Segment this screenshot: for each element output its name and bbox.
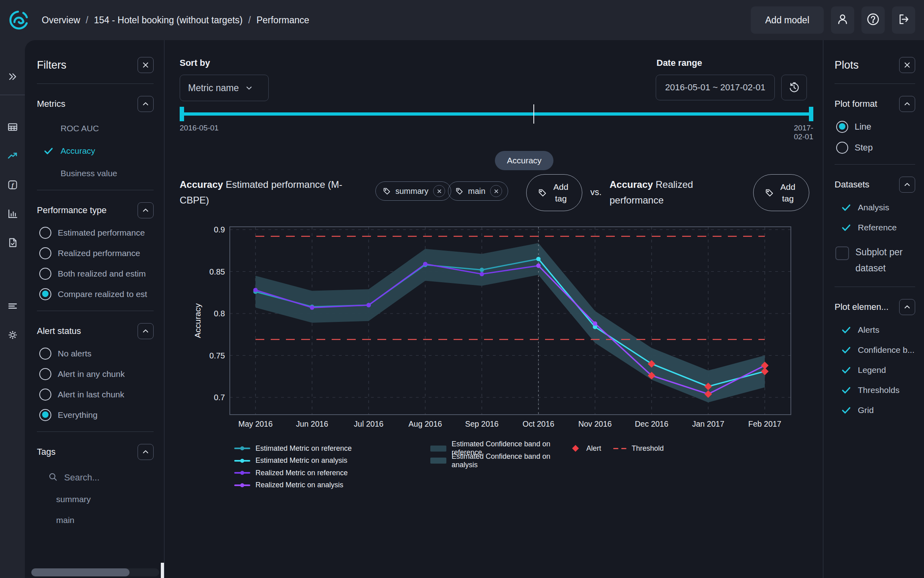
- performance-type-title: Performance type: [37, 205, 107, 216]
- add-model-button[interactable]: Add model: [751, 6, 824, 34]
- metric-item-business-value[interactable]: Business value: [43, 167, 164, 179]
- plot-elements-collapse-button[interactable]: [899, 299, 915, 315]
- chart-legend: Estimated Metric on referenceEstimated M…: [234, 442, 664, 491]
- svg-text:0.9: 0.9: [214, 225, 225, 234]
- search-icon: [48, 472, 58, 483]
- radio-plot-format-step[interactable]: Step: [836, 142, 924, 154]
- line-swatch-icon: [234, 460, 250, 462]
- check-label: Analysis: [858, 203, 889, 212]
- dataset-check-reference[interactable]: Reference: [841, 222, 924, 233]
- legend-item-diamond[interactable]: Alert: [570, 442, 601, 455]
- horizontal-scrollbar-thumb[interactable]: [31, 568, 130, 576]
- legend-item-dash[interactable]: Threshold: [613, 442, 664, 455]
- plot-format-collapse-button[interactable]: [899, 96, 915, 112]
- tag-icon: [765, 189, 774, 197]
- breadcrumb-performance[interactable]: Performance: [256, 15, 309, 26]
- svg-text:0.7: 0.7: [214, 393, 225, 402]
- date-range-slider[interactable]: [180, 104, 813, 124]
- radio-label: Line: [855, 122, 871, 132]
- chevron-up-icon: [142, 328, 149, 335]
- subplot-per-dataset-toggle[interactable]: Subplot per dataset: [835, 244, 924, 276]
- plot-element-check-alerts[interactable]: Alerts: [841, 325, 924, 335]
- radio-realized-performance[interactable]: Realized performance: [39, 247, 164, 259]
- performance-type-collapse-button[interactable]: [138, 202, 154, 218]
- radio-alert-any-chunk[interactable]: Alert in any chunk: [39, 368, 164, 380]
- sort-by-select[interactable]: Metric name: [180, 75, 269, 101]
- gear-icon[interactable]: [3, 326, 22, 344]
- svg-text:Aug 2016: Aug 2016: [409, 419, 442, 428]
- date-range-reset-button[interactable]: [781, 75, 807, 100]
- plot-element-check-grid[interactable]: Grid: [841, 405, 924, 415]
- radio-label: No alerts: [58, 349, 91, 358]
- function-icon[interactable]: f: [3, 175, 22, 194]
- add-tag-button-right[interactable]: Add tag: [753, 174, 809, 211]
- content-area: Filters Metrics ROC AUC Accuracy Busines…: [25, 40, 924, 578]
- tag-list-item-main[interactable]: main: [56, 515, 164, 525]
- app-logo[interactable]: [9, 10, 29, 30]
- radio-no-alerts[interactable]: No alerts: [39, 348, 164, 360]
- check-icon: [841, 365, 851, 375]
- radio-both-realized-estimated[interactable]: Both realized and estim: [39, 268, 164, 280]
- legend-item-line[interactable]: Realized Metric on reference: [234, 467, 430, 479]
- radio-compare-realized-estimated[interactable]: Compare realized to est: [39, 288, 164, 300]
- performance-chart[interactable]: 0.90.850.80.750.7May 2016Jun 2016Jul 201…: [172, 219, 822, 438]
- radio-label: Estimated performance: [58, 228, 145, 238]
- radio-icon: [39, 389, 51, 401]
- help-button[interactable]: [861, 6, 885, 34]
- vertical-scrollbar-thumb[interactable]: [161, 563, 164, 578]
- metric-chip-accuracy[interactable]: Accuracy: [495, 151, 553, 170]
- slider-start-date: 2016-05-01: [180, 124, 219, 132]
- tag-pill-label: summary: [395, 187, 428, 196]
- chevron-up-icon: [904, 303, 911, 311]
- topbar: Overview / 154 - Hotel booking (without …: [0, 0, 924, 40]
- horizontal-scrollbar-track[interactable]: [31, 568, 159, 576]
- tag-pill-summary[interactable]: summary: [375, 181, 451, 201]
- radio-icon-selected: [39, 409, 51, 421]
- radio-icon: [39, 268, 51, 280]
- slider-handle-end[interactable]: [809, 107, 813, 121]
- legend-item-line[interactable]: Estimated Metric on reference: [234, 442, 430, 455]
- legend-item-line[interactable]: Estimated Metric on analysis: [234, 455, 430, 467]
- check-icon: [841, 325, 851, 335]
- plot-element-check-legend[interactable]: Legend: [841, 365, 924, 375]
- metrics-collapse-button[interactable]: [138, 96, 154, 112]
- tag-pill-main[interactable]: main: [448, 181, 508, 201]
- logout-button[interactable]: [892, 6, 915, 34]
- legend-item-line[interactable]: Realized Metric on analysis: [234, 479, 430, 492]
- metric-label: Business value: [61, 169, 117, 178]
- tag-remove-button[interactable]: [490, 185, 502, 197]
- radio-estimated-performance[interactable]: Estimated performance: [39, 227, 164, 239]
- slider-track[interactable]: [180, 112, 813, 116]
- tags-section-title: Tags: [37, 447, 55, 457]
- breadcrumb-overview[interactable]: Overview: [42, 15, 80, 26]
- tag-list-item-summary[interactable]: summary: [56, 495, 164, 504]
- tags-search-input[interactable]: [64, 472, 136, 483]
- expand-sidebar-icon[interactable]: [3, 67, 22, 86]
- plot-element-check-thresholds[interactable]: Thresholds: [841, 385, 924, 395]
- radio-everything[interactable]: Everything: [39, 409, 164, 421]
- tag-remove-button[interactable]: [433, 185, 445, 197]
- filters-close-button[interactable]: [138, 57, 154, 73]
- dataset-check-analysis[interactable]: Analysis: [841, 202, 924, 213]
- table-view-icon[interactable]: [3, 118, 22, 136]
- metric-item-roc-auc[interactable]: ROC AUC: [43, 122, 164, 134]
- legend-item-band[interactable]: Estimated Confidence band on analysis: [430, 455, 570, 467]
- document-check-icon[interactable]: [3, 233, 22, 252]
- metric-item-accuracy[interactable]: Accuracy: [43, 145, 164, 157]
- alert-status-collapse-button[interactable]: [138, 323, 154, 339]
- checkbox-unchecked-icon[interactable]: [835, 246, 849, 260]
- slider-handle-start[interactable]: [180, 107, 184, 121]
- datasets-collapse-button[interactable]: [899, 177, 915, 193]
- add-tag-button-left[interactable]: Add tag: [526, 174, 582, 211]
- date-range-input[interactable]: 2016-05-01 ~ 2017-02-01: [656, 75, 775, 100]
- user-button[interactable]: [831, 6, 854, 34]
- radio-plot-format-line[interactable]: Line: [836, 121, 924, 133]
- radio-alert-last-chunk[interactable]: Alert in last chunk: [39, 389, 164, 401]
- breadcrumb-model[interactable]: 154 - Hotel booking (without targets): [94, 15, 243, 26]
- menu-lines-icon[interactable]: [3, 297, 22, 315]
- performance-trend-icon[interactable]: [3, 147, 22, 165]
- plot-element-check-confidence-band[interactable]: Confidence b...: [841, 345, 924, 355]
- bar-chart-icon[interactable]: [3, 204, 22, 223]
- tags-collapse-button[interactable]: [138, 444, 154, 460]
- plots-close-button[interactable]: [899, 57, 915, 73]
